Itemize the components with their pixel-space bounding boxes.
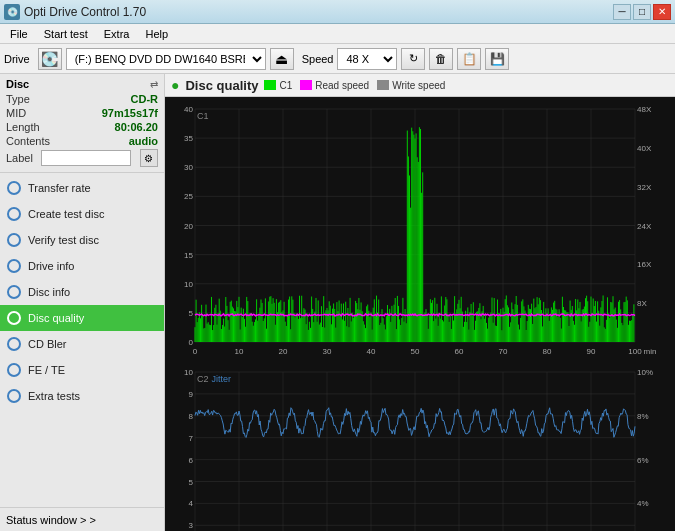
erase-button[interactable]: 🗑 — [429, 48, 453, 70]
titlebar: 💿 Opti Drive Control 1.70 ─ □ ✕ — [0, 0, 675, 24]
legend-write-color — [377, 80, 389, 90]
refresh-button[interactable]: ↻ — [401, 48, 425, 70]
sidebar-item-transfer-rate[interactable]: Transfer rate — [0, 175, 164, 201]
maximize-button[interactable]: □ — [633, 4, 651, 20]
disc-length-value: 80:06.20 — [115, 121, 158, 133]
menubar: File Start test Extra Help — [0, 24, 675, 44]
sidebar-label-cd-bler: CD Bler — [28, 338, 67, 350]
fe-te-icon — [6, 362, 22, 378]
disc-quality-title: Disc quality — [185, 78, 258, 93]
disc-expand-icon[interactable]: ⇄ — [150, 79, 158, 90]
verify-test-disc-icon — [6, 232, 22, 248]
main-layout: Disc ⇄ Type CD-R MID 97m15s17f Length 80… — [0, 74, 675, 531]
copy-button[interactable]: 📋 — [457, 48, 481, 70]
disc-type-label: Type — [6, 93, 30, 105]
speed-select[interactable]: 48 X — [337, 48, 397, 70]
cd-bler-icon — [6, 336, 22, 352]
sidebar-label-transfer-rate: Transfer rate — [28, 182, 91, 194]
disc-type-row: Type CD-R — [6, 92, 158, 106]
disc-quality-header: ● Disc quality C1 Read speed Write speed — [165, 74, 675, 97]
disc-length-label: Length — [6, 121, 40, 133]
save-button[interactable]: 💾 — [485, 48, 509, 70]
sidebar-item-disc-quality[interactable]: Disc quality — [0, 305, 164, 331]
sidebar-label-fe-te: FE / TE — [28, 364, 65, 376]
disc-label-row: Label ⚙ — [6, 148, 158, 168]
charts-area — [165, 97, 675, 531]
disc-title: Disc — [6, 78, 29, 90]
disc-mid-row: MID 97m15s17f — [6, 106, 158, 120]
sidebar-label-create-test-disc: Create test disc — [28, 208, 104, 220]
drive-label: Drive — [4, 53, 30, 65]
sidebar-label-verify-test-disc: Verify test disc — [28, 234, 99, 246]
legend-c1: C1 — [264, 80, 292, 91]
app-title: Opti Drive Control 1.70 — [24, 5, 146, 19]
disc-contents-value: audio — [129, 135, 158, 147]
app-icon: 💿 — [4, 4, 20, 20]
sidebar-item-drive-info[interactable]: Drive info — [0, 253, 164, 279]
status-window-label: Status window > > — [6, 514, 96, 526]
sidebar-label-extra-tests: Extra tests — [28, 390, 80, 402]
sidebar: Disc ⇄ Type CD-R MID 97m15s17f Length 80… — [0, 74, 165, 531]
sidebar-item-fe-te[interactable]: FE / TE — [0, 357, 164, 383]
menu-start-test[interactable]: Start test — [38, 26, 94, 42]
disc-header: Disc ⇄ — [6, 78, 158, 90]
disc-quality-header-icon: ● — [171, 77, 179, 93]
sidebar-label-drive-info: Drive info — [28, 260, 74, 272]
label-settings-button[interactable]: ⚙ — [140, 149, 158, 167]
close-button[interactable]: ✕ — [653, 4, 671, 20]
extra-tests-icon — [6, 388, 22, 404]
status-window-button[interactable]: Status window > > — [0, 507, 164, 531]
disc-type-value: CD-R — [131, 93, 159, 105]
disc-label-label: Label — [6, 152, 33, 164]
minimize-button[interactable]: ─ — [613, 4, 631, 20]
drive-info-icon — [6, 258, 22, 274]
sidebar-label-disc-info: Disc info — [28, 286, 70, 298]
legend-read-color — [300, 80, 312, 90]
legend-write-label: Write speed — [392, 80, 445, 91]
sidebar-item-verify-test-disc[interactable]: Verify test disc — [0, 227, 164, 253]
disc-mid-label: MID — [6, 107, 26, 119]
legend-read-speed: Read speed — [300, 80, 369, 91]
drive-icon: 💽 — [38, 48, 62, 70]
transfer-rate-icon — [6, 180, 22, 196]
menu-extra[interactable]: Extra — [98, 26, 136, 42]
disc-length-row: Length 80:06.20 — [6, 120, 158, 134]
menu-file[interactable]: File — [4, 26, 34, 42]
speed-label: Speed — [302, 53, 334, 65]
sidebar-nav: Transfer rate Create test disc Verify te… — [0, 173, 164, 507]
disc-contents-label: Contents — [6, 135, 50, 147]
chart-legend: C1 Read speed Write speed — [264, 80, 445, 91]
disc-info-panel: Disc ⇄ Type CD-R MID 97m15s17f Length 80… — [0, 74, 164, 173]
legend-c1-color — [264, 80, 276, 90]
disc-info-icon — [6, 284, 22, 300]
sidebar-label-disc-quality: Disc quality — [28, 312, 84, 324]
disc-contents-row: Contents audio — [6, 134, 158, 148]
legend-write-speed: Write speed — [377, 80, 445, 91]
disc-label-input[interactable] — [41, 150, 131, 166]
titlebar-left: 💿 Opti Drive Control 1.70 — [4, 4, 146, 20]
drivebar: Drive 💽 (F:) BENQ DVD DD DW1640 BSRB ⏏ S… — [0, 44, 675, 74]
eject-button[interactable]: ⏏ — [270, 48, 294, 70]
sidebar-item-disc-info[interactable]: Disc info — [0, 279, 164, 305]
sidebar-item-create-test-disc[interactable]: Create test disc — [0, 201, 164, 227]
main-content: ● Disc quality C1 Read speed Write speed — [165, 74, 675, 531]
disc-quality-icon — [6, 310, 22, 326]
drive-select[interactable]: (F:) BENQ DVD DD DW1640 BSRB — [66, 48, 266, 70]
legend-c1-label: C1 — [279, 80, 292, 91]
titlebar-controls: ─ □ ✕ — [613, 4, 671, 20]
sidebar-item-cd-bler[interactable]: CD Bler — [0, 331, 164, 357]
create-test-disc-icon — [6, 206, 22, 222]
c2-jitter-chart — [165, 362, 675, 531]
sidebar-item-extra-tests[interactable]: Extra tests — [0, 383, 164, 409]
legend-read-label: Read speed — [315, 80, 369, 91]
c1-chart — [165, 97, 675, 362]
menu-help[interactable]: Help — [139, 26, 174, 42]
disc-mid-value: 97m15s17f — [102, 107, 158, 119]
